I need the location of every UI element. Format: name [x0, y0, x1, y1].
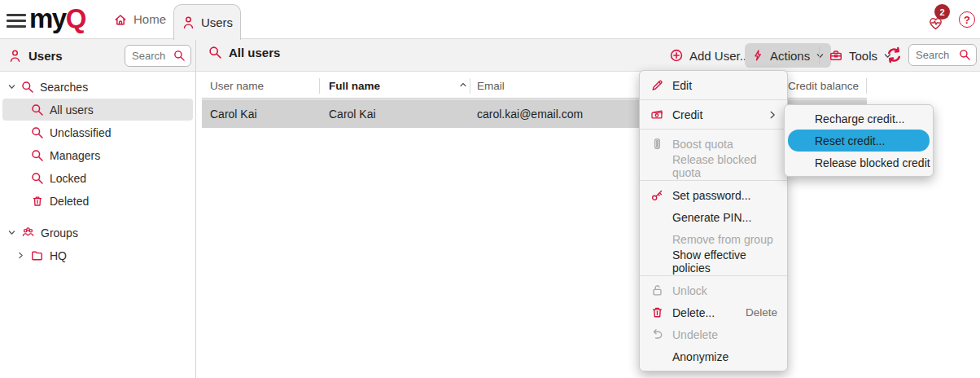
menu-item-anonymize[interactable]: Anonymize	[640, 345, 787, 367]
home-icon	[113, 12, 128, 27]
sort-ascending-icon	[458, 80, 468, 90]
add-user-button[interactable]: Add User...	[663, 43, 756, 68]
sidebar-item-label: Managers	[50, 149, 100, 162]
trash-icon	[650, 305, 664, 319]
menu-item-boost-quota: Boost quota	[640, 133, 787, 155]
list-search-input[interactable]	[909, 49, 959, 61]
plus-circle-icon	[669, 48, 684, 63]
sidebar-title: Users	[28, 49, 63, 63]
sidebar-item-label: Deleted	[50, 195, 89, 208]
sidebar-search-input[interactable]	[125, 50, 173, 62]
logo-text-my: my	[29, 3, 66, 33]
menu-item-set-password[interactable]: Set password...	[640, 184, 787, 206]
sidebar-item-label: Unclassified	[50, 126, 111, 139]
menu-item-label: Delete...	[672, 306, 746, 319]
column-header-full-name[interactable]: Full name	[329, 73, 380, 99]
menu-item-label: Unlock	[672, 284, 777, 297]
folder-icon	[30, 248, 44, 262]
sidebar-item-locked[interactable]: Locked	[0, 167, 195, 189]
menu-item-label: Remove from group	[672, 233, 777, 246]
tab-home[interactable]: Home	[108, 0, 171, 38]
chevron-down-icon[interactable]	[7, 228, 16, 237]
sidebar-item-managers[interactable]: Managers	[0, 144, 195, 166]
menu-item-show-effective-policies[interactable]: Show effective policies	[640, 250, 787, 272]
key-icon	[650, 188, 664, 202]
top-bar: myQ Home Users 2 ?	[0, 0, 980, 39]
submenu-item-release-blocked-credit[interactable]: Release blocked credit	[785, 152, 933, 174]
sidebar-section-label: Searches	[40, 81, 88, 94]
tab-users-label: Users	[201, 15, 233, 29]
sidebar-item-unclassified[interactable]: Unclassified	[0, 121, 195, 143]
credit-submenu: Recharge credit... Reset credit... Relea…	[784, 104, 934, 177]
menu-item-edit[interactable]: Edit	[640, 74, 787, 96]
search-icon[interactable]	[959, 49, 971, 61]
cell-user-name: Carol Kai	[210, 99, 257, 128]
sidebar-section-label: Groups	[41, 226, 78, 240]
sidebar-section-searches[interactable]: Searches	[0, 76, 195, 98]
myq-logo[interactable]: myQ	[29, 3, 85, 34]
help-icon[interactable]: ?	[959, 11, 975, 28]
menu-item-remove-from-group: Remove from group	[640, 228, 787, 250]
menu-item-undelete: Undelete	[640, 323, 787, 345]
list-search	[908, 44, 977, 66]
cash-icon	[650, 108, 664, 121]
add-user-label: Add User...	[689, 49, 750, 63]
menu-item-delete[interactable]: Delete... Delete	[640, 301, 787, 323]
menu-separator	[640, 129, 787, 130]
sidebar-item-hq[interactable]: HQ	[0, 244, 195, 266]
menu-item-label: Edit	[672, 79, 777, 92]
submenu-item-reset-credit[interactable]: Reset credit...	[788, 130, 930, 152]
notification-badge: 2	[934, 4, 950, 20]
search-icon	[31, 149, 44, 162]
menu-item-label: Generate PIN...	[672, 211, 777, 224]
submenu-item-recharge-credit[interactable]: Recharge credit...	[785, 108, 933, 130]
hamburger-menu-icon[interactable]	[7, 11, 26, 29]
quota-icon	[650, 137, 664, 151]
sidebar-section-groups[interactable]: Groups	[0, 222, 195, 244]
menu-separator	[640, 99, 787, 100]
submenu-item-label: Release blocked credit	[815, 156, 930, 169]
search-icon	[208, 46, 222, 59]
sidebar-item-all-users[interactable]: All users	[0, 99, 195, 121]
menu-item-release-blocked-quota: Release blocked quota	[640, 155, 787, 177]
chevron-down-icon[interactable]	[7, 82, 16, 91]
search-icon[interactable]	[173, 50, 186, 62]
unlock-icon	[650, 284, 664, 297]
menu-item-label: Anonymize	[672, 350, 777, 363]
column-separator	[319, 78, 320, 94]
actions-context-menu: Edit Credit Boost quota Release blocked …	[639, 70, 788, 371]
menu-item-label: Credit	[672, 108, 768, 121]
user-icon	[182, 15, 195, 29]
sidebar-search	[125, 45, 191, 67]
sidebar-item-label: All users	[50, 103, 94, 116]
menu-item-credit[interactable]: Credit	[640, 103, 787, 125]
column-separator	[470, 78, 470, 94]
menu-item-label: Release blocked quota	[672, 153, 777, 179]
tab-users[interactable]: Users	[173, 4, 241, 40]
menu-item-generate-pin[interactable]: Generate PIN...	[640, 206, 787, 228]
sidebar-item-label: Locked	[50, 172, 86, 185]
toolbar-separator	[819, 46, 820, 64]
system-health-button[interactable]: 2	[928, 7, 949, 32]
menu-item-label: Set password...	[672, 189, 777, 202]
column-header-credit-balance[interactable]: Credit balance	[788, 73, 859, 99]
logo-text-q: Q	[66, 3, 85, 33]
trash-icon	[31, 195, 44, 208]
tab-home-label: Home	[133, 12, 166, 26]
actions-label: Actions	[770, 49, 810, 63]
page-title-wrap: All users	[208, 46, 280, 59]
menu-item-unlock: Unlock	[640, 279, 787, 301]
chevron-right-icon[interactable]	[16, 251, 25, 260]
sidebar-divider	[195, 39, 196, 378]
menu-item-label: Show effective policies	[672, 248, 777, 275]
search-icon	[31, 103, 44, 116]
sidebar-item-deleted[interactable]: Deleted	[0, 190, 195, 212]
lightning-icon	[751, 49, 764, 62]
column-header-user-name[interactable]: User name	[210, 73, 264, 99]
refresh-icon[interactable]	[886, 46, 903, 64]
cell-full-name: Carol Kai	[329, 99, 376, 128]
menu-item-shortcut: Delete	[746, 306, 777, 319]
column-header-email[interactable]: Email	[477, 73, 505, 99]
toolbox-icon	[829, 48, 843, 63]
menu-item-label: Undelete	[672, 328, 777, 341]
